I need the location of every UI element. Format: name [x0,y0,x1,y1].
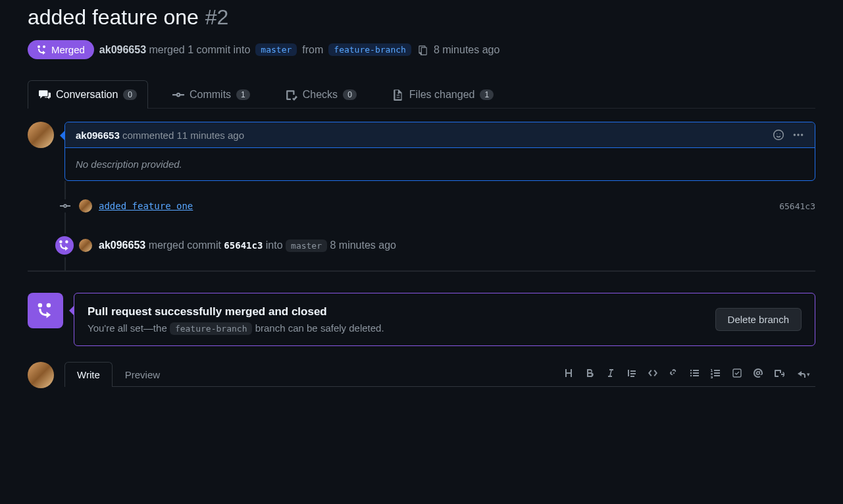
tab-label: Commits [190,89,231,101]
merged-panel-branch: feature-branch [170,322,253,335]
comment-body: No description provided. [65,148,815,180]
state-badge-merged: Merged [28,40,94,59]
link-icon[interactable] [669,368,679,380]
merge-event-branch[interactable]: master [286,239,327,252]
tasklist-icon[interactable] [732,368,742,380]
tab-files-changed[interactable]: Files changed 1 [381,80,505,109]
merge-event-sha[interactable]: 65641c3 [224,240,263,251]
tab-label: Checks [303,89,338,101]
pr-description-comment: ak096653 commented 11 minutes ago No des… [28,122,815,181]
comment-action: commented [122,130,174,141]
quote-icon[interactable] [626,368,637,380]
tab-count: 0 [123,89,137,100]
git-commit-icon [59,199,72,213]
commit-sha[interactable]: 65641c3 [779,201,815,211]
divider [28,270,815,272]
merge-event-time: 8 minutes ago [330,239,396,251]
commit-message-link[interactable]: added feature one [99,201,193,211]
kebab-icon[interactable] [792,129,804,141]
svg-rect-9 [733,369,741,377]
copy-icon[interactable] [417,44,428,56]
svg-point-1 [777,134,777,134]
editor-tab-preview[interactable]: Preview [113,362,172,387]
tab-label: Files changed [409,89,475,101]
merge-event-author[interactable]: ak096653 [99,239,145,251]
timeline-commit: added feature one 65641c3 [79,199,815,213]
svg-point-2 [780,134,780,134]
git-merge-icon [37,45,47,55]
svg-point-6 [690,370,692,371]
checklist-icon [286,89,297,101]
merge-author[interactable]: ak096653 [99,44,146,55]
state-label: Merged [51,44,85,55]
comment-author[interactable]: ak096653 [76,130,120,141]
delete-branch-button[interactable]: Delete branch [715,308,802,331]
tab-count: 1 [480,89,494,100]
tab-count: 0 [343,89,357,100]
pr-tabs: Conversation 0 Commits 1 Checks 0 Files … [28,80,815,109]
mention-icon[interactable] [753,368,763,380]
editor-tab-write[interactable]: Write [64,362,113,387]
heading-icon[interactable] [563,368,574,380]
ordered-list-icon[interactable] [711,368,721,380]
italic-icon[interactable] [605,368,616,380]
code-icon[interactable] [648,368,658,380]
merge-meta: ak096653 merged 1 commit into [99,44,250,56]
reply-icon[interactable]: ▾ [795,368,810,380]
comment-discussion-icon [39,89,51,101]
comment-editor: Write Preview [64,362,815,388]
avatar[interactable] [28,122,54,148]
avatar[interactable] [79,199,92,213]
tab-label: Conversation [56,89,118,101]
base-branch[interactable]: master [255,43,297,56]
git-merge-icon [53,234,76,257]
tab-count: 1 [236,89,250,100]
markdown-toolbar: ▾ [563,368,815,380]
avatar[interactable] [28,362,54,388]
tab-commits[interactable]: Commits 1 [161,80,261,109]
emoji-react-icon[interactable] [773,129,784,141]
svg-point-5 [801,134,803,136]
comment-time: 11 minutes ago [176,130,244,141]
pr-number: #2 [205,5,229,30]
svg-point-8 [690,375,692,376]
pr-title: added feature one [28,5,199,30]
svg-point-3 [794,134,796,136]
head-branch[interactable]: feature-branch [328,43,411,56]
bold-icon[interactable] [584,368,595,380]
timeline-merged-event: ak096653 merged commit 65641c3 into mast… [79,239,815,252]
git-merge-icon [28,293,63,328]
svg-point-0 [774,130,784,140]
cross-reference-icon[interactable] [774,368,784,380]
merged-relative-time: 8 minutes ago [434,44,500,56]
avatar[interactable] [79,239,92,252]
file-diff-icon [392,89,404,101]
svg-point-4 [797,134,799,136]
unordered-list-icon[interactable] [690,368,700,380]
svg-point-7 [690,372,692,374]
merged-panel-title: Pull request successfully merged and clo… [88,305,384,318]
tab-checks[interactable]: Checks 0 [274,80,368,109]
from-word: from [302,44,323,56]
pr-meta-row: Merged ak096653 merged 1 commit into mas… [28,40,815,59]
tab-conversation[interactable]: Conversation 0 [28,80,148,109]
merged-confirmation-panel: Pull request successfully merged and clo… [74,293,815,346]
git-commit-icon [172,89,184,101]
